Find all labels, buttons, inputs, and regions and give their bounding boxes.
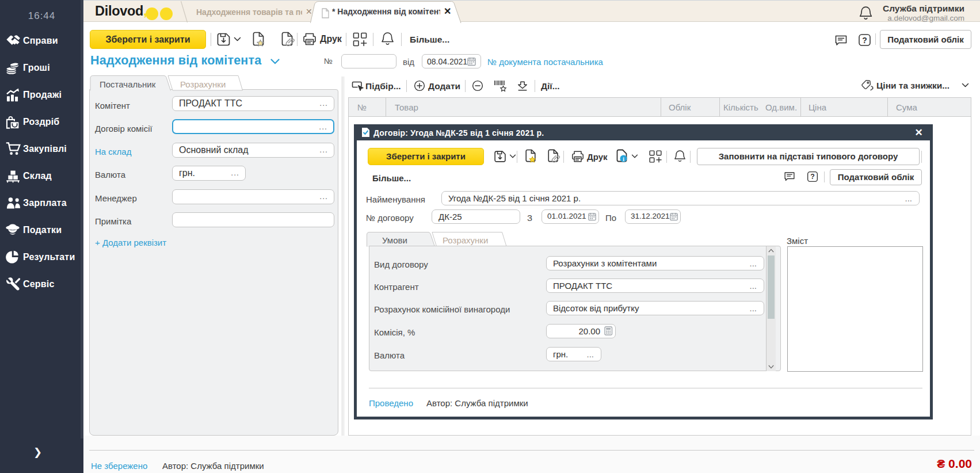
svg-text:i: i bbox=[623, 157, 624, 162]
svg-text:?: ? bbox=[862, 36, 867, 45]
svg-text:?: ? bbox=[810, 173, 815, 181]
